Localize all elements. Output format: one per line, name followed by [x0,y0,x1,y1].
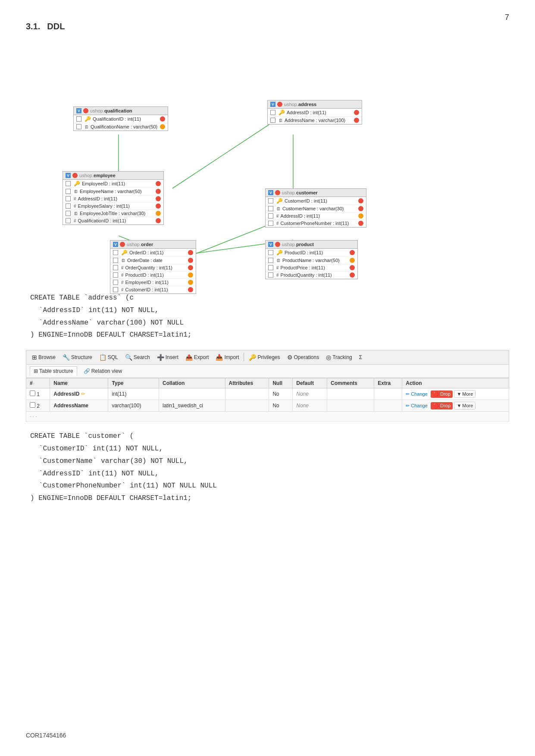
col-header-action: Action [402,378,509,388]
col-header-null: Null [269,378,293,388]
toolbar-export[interactable]: 📤 Export [182,352,212,362]
er-table-order: V ushop.order 🔑 OrderID : int(11) 🗓 Orde… [110,240,196,294]
relation-view-label: Relation view [91,368,122,374]
insert-icon: ➕ [157,354,164,361]
row2-checkbox[interactable]: 2 [26,400,50,412]
row2-change-link[interactable]: ✏ Change [406,403,428,408]
col-header-num: # [26,378,50,388]
row2-default: None [293,400,327,412]
row1-collation [159,388,225,400]
ddl-line-2: `AddressID` int(11) NOT NULL, [39,304,509,317]
toolbar-sigma[interactable]: Σ [356,353,365,362]
toolbar-sql[interactable]: 📋 SQL [96,352,121,362]
structure-label: Structure [71,354,92,360]
toolbar-privileges[interactable]: 🔑 Privileges [246,352,283,362]
row1-null: No [269,388,293,400]
privileges-label: Privileges [257,354,280,360]
table-row: 1 AddressID ✏ int(11) No None ✏ Change 🔴… [26,388,509,400]
row1-extra [374,388,402,400]
operations-icon: ⚙ [287,354,293,361]
svg-line-1 [172,117,280,188]
toolbar-search[interactable]: 🔍 Search [122,352,153,362]
toolbar-tracking[interactable]: ◎ Tracking [323,352,355,362]
page-number: 7 [505,13,509,22]
row2-collation: latin1_swedish_ci [159,400,225,412]
sql-icon: 📋 [99,354,106,361]
structure-icon: 🔧 [63,354,70,361]
ddl-customer-line-1: CREATE TABLE `customer` ( [30,430,509,443]
insert-label: Insert [166,354,178,360]
footer-text: COR17454166 [26,732,66,739]
search-label: Search [134,354,150,360]
ddl-customer-line-5: `CustomerPhoneNumber` int(11) NOT NULL N… [39,480,509,492]
row2-extra [374,400,402,412]
col-header-default: Default [293,378,327,388]
table-row: 2 AddressName varchar(100) latin1_swedis… [26,400,509,412]
ddl-customer-line-6: ) ENGINE=InnoDB DEFAULT CHARSET=latin1; [30,492,509,505]
col-header-comments: Comments [327,378,374,388]
sub-toolbar: ⊞ Table structure 🔗 Relation view [26,365,509,378]
toolbar-import[interactable]: 📥 Import [213,352,242,362]
toolbar-divider-1 [244,353,244,362]
tracking-label: Tracking [332,354,352,360]
ddl-customer-line-3: `CustomerName` varchar(30) NOT NULL, [39,455,509,468]
ddl-customer-line-4: `AddressID` int(11) NOT NULL, [39,468,509,480]
row2-attributes [225,400,269,412]
ddl-customer-section: CREATE TABLE `customer` ( `CustomerID` i… [26,430,509,505]
row2-actions: ✏ Change 🔴 Drop ▼ More [402,400,509,412]
export-label: Export [194,354,209,360]
er-table-product: V ushop.product 🔑 ProductID : int(11) 🗓 … [265,240,358,279]
row1-comments [327,388,374,400]
col-header-type: Type [108,378,159,388]
row1-type: int(11) [108,388,159,400]
row1-default: None [293,388,327,400]
browse-icon: ⊞ [32,354,37,361]
import-label: Import [224,354,239,360]
sub-toolbar-structure[interactable]: ⊞ Table structure [30,366,77,376]
row2-more-dropdown[interactable]: ▼ More [454,402,476,409]
ddl-address-section: CREATE TABLE `address` (c `AddressID` in… [26,292,509,341]
row1-checkbox[interactable]: 1 [26,388,50,400]
toolbar-operations[interactable]: ⚙ Operations [284,352,322,362]
er-table-address: V ushop.address 🔑 AddressID : int(11) 🗓 … [267,100,362,125]
ddl-line-4: ) ENGINE=InnoDB DEFAULT CHARSET=latin1; [30,329,509,341]
row2-more-label: More [462,403,473,408]
import-icon: 📥 [216,354,223,361]
ddl-line-1: CREATE TABLE `address` (c [30,292,509,304]
row1-name: AddressID ✏ [50,388,108,400]
phpmyadmin-toolbar: ⊞ Browse 🔧 Structure 📋 SQL 🔍 Search ➕ In… [26,350,509,365]
row1-change-link[interactable]: ✏ Change [406,391,428,397]
row2-comments [327,400,374,412]
row2-drop-button[interactable]: 🔴 Drop [431,402,453,409]
toolbar-browse[interactable]: ⊞ Browse [29,352,59,362]
table-structure-icon: ⊞ [34,368,38,374]
tracking-icon: ◎ [326,354,331,361]
row2-null: No [269,400,293,412]
section-number: 3.1. [26,22,40,31]
row1-drop-button[interactable]: 🔴 Drop [431,390,453,398]
export-icon: 📤 [185,354,193,361]
sub-toolbar-relation[interactable]: 🔗 Relation view [80,366,126,376]
ddl-customer-line-2: `CustomerID` int(11) NOT NULL, [39,443,509,455]
col-header-name: Name [50,378,108,388]
row1-more-label: More [462,391,473,397]
col-header-extra: Extra [374,378,402,388]
relation-view-icon: 🔗 [84,368,90,374]
er-diagram: V ushop.qualification 🔑 QualificationID … [26,55,509,279]
col-header-collation: Collation [159,378,225,388]
row1-attributes [225,388,269,400]
col-header-attributes: Attributes [225,378,269,388]
privileges-icon: 🔑 [249,354,256,361]
row1-actions: ✏ Change 🔴 Drop ▼ More [402,388,509,400]
search-icon: 🔍 [125,354,132,361]
er-table-customer: V ushop.customer 🔑 CustomerID : int(11) … [265,188,366,228]
section-title: DDL [47,22,65,31]
row2-name: AddressName [50,400,108,412]
row2-type: varchar(100) [108,400,159,412]
toolbar-insert[interactable]: ➕ Insert [154,352,181,362]
browse-label: Browse [38,354,56,360]
toolbar-structure[interactable]: 🔧 Structure [59,352,95,362]
row1-more-dropdown[interactable]: ▼ More [454,390,476,398]
ddl-line-3: `AddressName` varchar(100) NOT NULL [39,317,509,329]
sigma-label: Σ [359,354,362,360]
